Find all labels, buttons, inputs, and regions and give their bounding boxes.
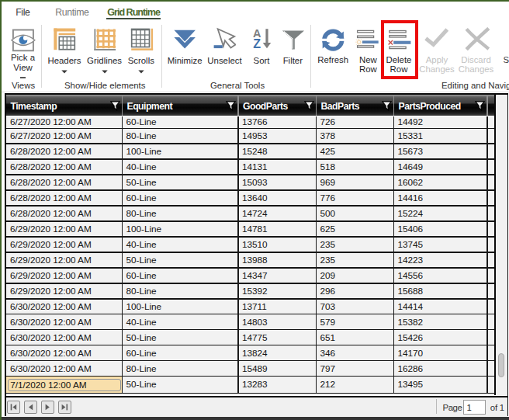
svg-text:Z: Z [253, 37, 261, 50]
